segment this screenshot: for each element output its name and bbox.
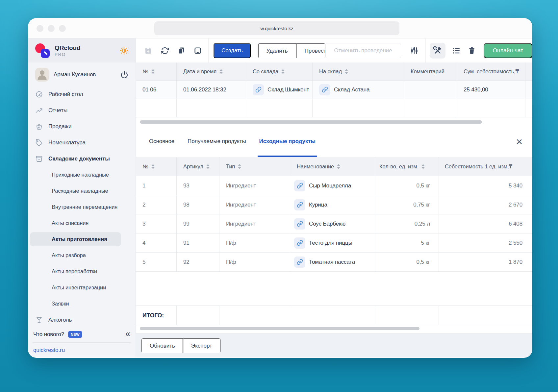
quickresto-site-link[interactable]: quickresto.ru: [28, 343, 136, 357]
sidebar-subitem-outgoing-invoices[interactable]: Расходные накладные: [28, 183, 136, 199]
product-row[interactable]: 3 99 Ингредиент Соус Барбекю 0,25 л 6 40…: [136, 214, 532, 233]
column-header-num[interactable]: №: [136, 157, 177, 176]
sidebar-subitem-disassembly-acts[interactable]: Акты разбора: [28, 247, 136, 263]
sort-icon[interactable]: [337, 164, 340, 169]
link-icon[interactable]: [294, 257, 305, 268]
link-icon[interactable]: [294, 218, 305, 230]
sidebar-subitem-internal-transfers[interactable]: Внутренние перемещения: [28, 199, 136, 215]
theme-brightness-icon[interactable]: [120, 46, 128, 55]
sort-icon[interactable]: [151, 69, 155, 74]
sidebar-item-label: Отчеты: [48, 107, 67, 114]
tab-received-products[interactable]: Получаемые продукты: [186, 127, 247, 157]
delete-button[interactable]: Удалить: [258, 43, 296, 58]
column-header-num[interactable]: №: [136, 62, 177, 80]
column-header-comment[interactable]: Комментарий: [404, 62, 457, 80]
product-link[interactable]: Сыр Моцарелла: [309, 183, 351, 189]
window-control-dot[interactable]: [48, 25, 55, 32]
product-row[interactable]: 5 92 П/ф Томатная пассата 0,5 кг 1 870: [136, 253, 532, 272]
sidebar-subitem-incoming-invoices[interactable]: Приходные накладные: [28, 167, 136, 183]
product-row[interactable]: 4 91 П/ф Тесто для пиццы 5 кг 2 550: [136, 233, 532, 253]
post-button[interactable]: Провести: [296, 43, 326, 58]
cell-type: Ингредиент: [219, 176, 290, 195]
column-header-name[interactable]: Наименование: [290, 157, 374, 176]
create-button[interactable]: Создать: [214, 43, 251, 58]
horizontal-scrollbar[interactable]: [140, 120, 482, 124]
product-link[interactable]: Томатная пассата: [309, 259, 355, 265]
column-header-from-store[interactable]: Со склада: [246, 62, 313, 80]
sidebar-item-sales[interactable]: Продажи: [28, 118, 136, 135]
collapse-sidebar-icon[interactable]: «: [125, 330, 130, 340]
column-header-sku[interactable]: Артикул: [177, 157, 219, 176]
window-control-dot[interactable]: [37, 25, 43, 32]
user-row: Арман Кусаинов: [28, 62, 136, 86]
cell-unit-cost: 1 870: [439, 253, 532, 272]
trash-icon[interactable]: [468, 47, 476, 55]
sort-icon[interactable]: [219, 69, 223, 74]
column-header-type[interactable]: Тип: [219, 157, 290, 176]
copy-icon[interactable]: [177, 47, 185, 55]
sidebar-subitem-processing-acts[interactable]: Акты переработки: [28, 263, 136, 280]
column-header-datetime[interactable]: Дата и время: [177, 62, 246, 80]
sort-icon[interactable]: [238, 164, 241, 169]
close-icon[interactable]: ×: [516, 136, 522, 147]
qrcloud-logo-icon: [35, 43, 50, 58]
column-header-quantity[interactable]: Кол-во, ед. изм.: [374, 157, 439, 176]
store-link[interactable]: Склад Шымкент: [267, 86, 309, 93]
address-bar[interactable]: w.quickresto.kz: [154, 21, 399, 35]
refresh-icon[interactable]: [161, 47, 169, 55]
sidebar-item-reports[interactable]: Отчеты: [28, 102, 136, 118]
link-icon[interactable]: [294, 237, 305, 249]
store-link[interactable]: Склад Астана: [334, 86, 369, 93]
product-row[interactable]: 1 93 Ингредиент Сыр Моцарелла 0,5 кг 5 3…: [136, 176, 532, 195]
sidebar-item-warehouse-documents[interactable]: Складские документы: [28, 151, 136, 167]
avatar[interactable]: [35, 68, 49, 82]
cell-unit-cost: 2 670: [439, 195, 532, 214]
logout-power-icon[interactable]: [120, 71, 128, 79]
link-icon[interactable]: [294, 180, 305, 191]
list-icon[interactable]: [452, 46, 461, 55]
sidebar-item-nomenclature[interactable]: Номенклатура: [28, 135, 136, 151]
column-header-sliver: [525, 62, 532, 80]
tools-chip[interactable]: [430, 43, 445, 59]
totals-cell: [177, 306, 219, 325]
subitem-label: Акты разбора: [52, 252, 86, 258]
product-link[interactable]: Тесто для пиццы: [309, 240, 352, 246]
link-icon[interactable]: [319, 84, 330, 95]
column-header-unit-cost[interactable]: Себестоимость 1 ед. изм,₸: [439, 157, 532, 176]
horizontal-scrollbar[interactable]: [140, 327, 419, 330]
column-header-total-cost[interactable]: Сум. себестоимость,₸: [457, 62, 525, 80]
cell-unit-cost: 5 340: [439, 176, 532, 195]
refresh-button[interactable]: Обновить: [141, 338, 183, 353]
online-chat-button[interactable]: Онлайн-чат: [484, 43, 532, 58]
cell-sliver: [525, 81, 532, 99]
sidebar-subitem-requests[interactable]: Заявки: [28, 296, 136, 312]
product-link[interactable]: Курица: [309, 202, 327, 208]
sidebar-item-alcohol[interactable]: Алкоголь: [28, 312, 136, 328]
cancel-posting-button[interactable]: Отменить проведение: [325, 43, 401, 58]
product-row[interactable]: 2 98 Ингредиент Курица 0,75 кг 2 670: [136, 195, 532, 214]
link-icon[interactable]: [294, 199, 305, 210]
product-link[interactable]: Соус Барбекю: [309, 221, 345, 227]
sort-icon[interactable]: [206, 164, 210, 169]
sidebar-subitem-inventory-acts[interactable]: Акты инвентаризации: [28, 280, 136, 296]
sort-icon[interactable]: [421, 164, 425, 169]
tab-source-products-active[interactable]: Исходные продукты: [258, 127, 317, 157]
document-row[interactable]: 01 06 01.06.2022 18:32 Склад Шымкент Скл…: [136, 81, 532, 99]
window-control-dot[interactable]: [59, 25, 66, 32]
whats-new-link[interactable]: Что нового?: [33, 331, 64, 338]
link-icon[interactable]: [253, 84, 264, 95]
column-header-to-store[interactable]: На склад: [313, 62, 404, 80]
cell-sku: 99: [177, 214, 219, 233]
save-icon[interactable]: [144, 47, 152, 55]
sort-icon[interactable]: [151, 164, 155, 169]
tray-icon[interactable]: [194, 47, 202, 55]
sidebar-subitem-writeoff-acts[interactable]: Акты списания: [28, 215, 136, 231]
sidebar-item-dashboard[interactable]: Рабочий стол: [28, 86, 136, 102]
filter-sliders-icon[interactable]: [410, 47, 418, 55]
sort-icon[interactable]: [345, 69, 348, 74]
cell-name: Тесто для пиццы: [290, 233, 374, 253]
sort-icon[interactable]: [281, 69, 285, 74]
tab-main[interactable]: Основное: [147, 127, 176, 157]
sidebar-subitem-cooking-acts-active[interactable]: Акты приготовления: [28, 231, 136, 247]
export-button[interactable]: Экспорт: [183, 338, 220, 353]
